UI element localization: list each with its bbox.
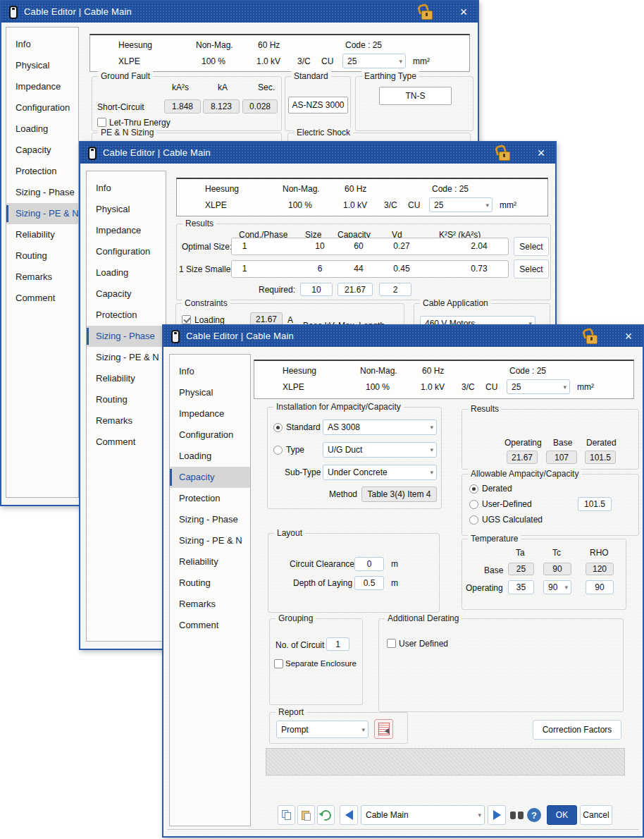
next-cable-button[interactable]	[488, 805, 506, 825]
cable-selector-dropdown[interactable]: Cable Main	[361, 805, 485, 825]
sidebar-item-routing[interactable]: Routing	[170, 572, 250, 594]
sidebar-item-routing[interactable]: Routing	[87, 389, 166, 410]
unlocked-padlock-icon[interactable]	[417, 4, 434, 20]
operating-tc-dropdown[interactable]: 90	[543, 580, 571, 594]
help-icon[interactable]: ?	[527, 808, 541, 822]
separate-enclosure-checkbox[interactable]	[274, 659, 283, 668]
sidebar-item-loading[interactable]: Loading	[170, 446, 250, 467]
depth-of-laying-field[interactable]: 0.5	[354, 576, 384, 590]
titlebar[interactable]: Cable Editor | Cable Main ×	[1, 1, 478, 23]
derated-radio[interactable]	[469, 484, 478, 494]
sidebar-item-sizing-pe-n[interactable]: Sizing - PE & N	[6, 203, 78, 224]
circuit-clearance-field[interactable]: 0	[354, 557, 384, 571]
sidebar-item-reliability[interactable]: Reliability	[6, 224, 78, 245]
sidebar-item-physical[interactable]: Physical	[6, 55, 78, 76]
required-capacity-field[interactable]: 21.67	[338, 283, 373, 296]
cable-icon	[9, 6, 18, 19]
layout-group: Layout Circuit Clearance 0 m Depth of La…	[268, 533, 440, 613]
user-defined-radio[interactable]	[469, 500, 478, 509]
sidebar-item-configuration[interactable]: Configuration	[87, 241, 166, 262]
sidebar-item-physical[interactable]: Physical	[170, 382, 250, 403]
sidebar-item-physical[interactable]: Physical	[87, 199, 166, 220]
previous-cable-button[interactable]	[340, 805, 358, 825]
sidebar-item-impedance[interactable]: Impedance	[6, 76, 78, 97]
unlocked-padlock-icon[interactable]	[495, 145, 512, 161]
standard-dropdown[interactable]: AS 3008	[323, 420, 437, 435]
sidebar-item-capacity[interactable]: Capacity	[6, 140, 78, 161]
correction-factors-button[interactable]: Correction Factors	[533, 720, 621, 740]
sidebar-item-configuration[interactable]: Configuration	[170, 424, 250, 446]
sidebar-item-routing[interactable]: Routing	[6, 245, 78, 267]
sidebar-item-capacity[interactable]: Capacity	[170, 467, 250, 488]
user-defined-field[interactable]: 101.5	[578, 497, 612, 511]
sidebar-item-remarks[interactable]: Remarks	[6, 267, 78, 288]
sidebar-item-reliability[interactable]: Reliability	[87, 368, 166, 389]
ugs-calculated-radio[interactable]	[469, 515, 478, 525]
sidebar-item-protection[interactable]: Protection	[6, 161, 78, 182]
size-dropdown[interactable]: 25	[342, 54, 406, 68]
size-dropdown[interactable]: 25	[507, 379, 570, 394]
sidebar-item-comment[interactable]: Comment	[170, 615, 250, 636]
sidebar-item-reliability[interactable]: Reliability	[170, 551, 250, 572]
ok-button[interactable]: OK	[547, 805, 577, 825]
copy-icon	[282, 810, 291, 820]
close-icon[interactable]: ×	[455, 4, 472, 20]
sidebar-item-sizing-phase[interactable]: Sizing - Phase	[6, 182, 78, 203]
subtype-dropdown[interactable]: Under Concrete	[323, 465, 437, 480]
sidebar-item-info[interactable]: Info	[87, 178, 166, 199]
sidebar-item-info[interactable]: Info	[170, 361, 250, 382]
standard-radio[interactable]	[273, 423, 283, 432]
close-icon[interactable]: ×	[620, 328, 637, 345]
sidebar-item-protection[interactable]: Protection	[170, 488, 250, 509]
sidebar-item-loading[interactable]: Loading	[87, 262, 166, 283]
base-ta-value: 25	[508, 563, 534, 575]
operating-rho-field[interactable]: 90	[586, 580, 614, 594]
unit-label: mm²	[500, 200, 516, 210]
refresh-button[interactable]	[317, 805, 335, 825]
report-dropdown[interactable]: Prompt	[276, 721, 369, 738]
unlocked-padlock-icon[interactable]	[582, 329, 599, 344]
required-vd-field[interactable]: 2	[379, 283, 411, 296]
sidebar-item-comment[interactable]: Comment	[6, 288, 78, 309]
copy-button[interactable]	[278, 805, 295, 825]
size-dropdown[interactable]: 25	[429, 197, 493, 212]
user-defined-checkbox[interactable]	[387, 639, 396, 648]
sidebar-item-impedance[interactable]: Impedance	[87, 220, 166, 241]
paste-button[interactable]	[297, 805, 315, 825]
sidebar-item-configuration[interactable]: Configuration	[6, 97, 78, 118]
sidebar-item-sizing-pe-n[interactable]: Sizing - PE & N	[170, 530, 250, 551]
sidebar-item-sizing-phase[interactable]: Sizing - Phase	[170, 509, 250, 530]
sidebar-item-info[interactable]: Info	[6, 34, 78, 55]
sidebar-item-sizing-pe-n[interactable]: Sizing - PE & N	[87, 347, 166, 368]
earthing-type-group: Earthing Type TN-S	[355, 76, 473, 131]
select-optimal-button[interactable]: Select	[514, 237, 549, 256]
find-icon[interactable]	[510, 811, 524, 820]
type-radio[interactable]	[273, 446, 283, 455]
titlebar[interactable]: Cable Editor | Cable Main ×	[80, 142, 555, 164]
sidebar-item-sizing-phase[interactable]: Sizing - Phase	[87, 326, 166, 347]
required-size-field[interactable]: 10	[300, 283, 333, 296]
unit-label: mm²	[413, 56, 430, 66]
sidebar-item-remarks[interactable]: Remarks	[87, 410, 166, 431]
operating-ta-field[interactable]: 35	[508, 580, 534, 594]
select-smaller-button[interactable]: Select	[514, 259, 549, 278]
close-icon[interactable]: ×	[533, 145, 550, 161]
cable-icon	[171, 330, 180, 343]
sidebar-item-protection[interactable]: Protection	[87, 305, 166, 326]
let-thru-energy-checkbox[interactable]	[97, 118, 106, 127]
report-button[interactable]	[374, 719, 393, 739]
sidebar-item-remarks[interactable]: Remarks	[170, 594, 250, 615]
short-circuit-ka-value: 8.123	[203, 99, 240, 114]
cancel-button[interactable]: Cancel	[580, 805, 612, 825]
no-of-circuit-field[interactable]: 1	[326, 637, 349, 651]
titlebar[interactable]: Cable Editor | Cable Main ×	[163, 326, 643, 347]
paste-icon	[302, 810, 311, 820]
sidebar-item-loading[interactable]: Loading	[6, 118, 78, 140]
no-of-circuit-label: No. of Circuit	[275, 640, 324, 650]
sidebar-item-capacity[interactable]: Capacity	[87, 283, 166, 305]
sidebar-item-impedance[interactable]: Impedance	[170, 403, 250, 424]
desktop: Cable Editor | Cable Main × InfoPhysical…	[0, 0, 644, 839]
sidebar-item-comment[interactable]: Comment	[87, 431, 166, 453]
loading-checkbox[interactable]	[182, 315, 191, 324]
type-dropdown[interactable]: U/G Duct	[323, 442, 437, 458]
